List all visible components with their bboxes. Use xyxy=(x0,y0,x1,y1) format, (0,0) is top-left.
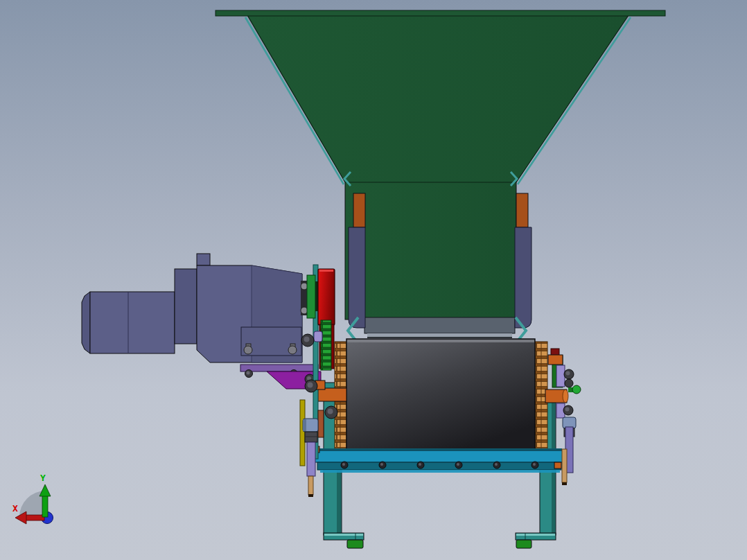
y-axis-shaft xyxy=(42,493,48,517)
chute-bracket-right xyxy=(516,193,528,227)
mount-plate-violet xyxy=(240,365,318,371)
bolt-right-3-hl xyxy=(565,408,570,412)
damper-cylinder-left-cap xyxy=(303,419,306,431)
motor-end-cap xyxy=(82,292,90,353)
drum-body xyxy=(346,339,535,454)
spacer-orange-right xyxy=(548,355,563,365)
bolt-right-1-hl xyxy=(566,371,570,376)
y-axis-label: Y xyxy=(40,473,46,483)
foot-pad-right xyxy=(516,540,531,548)
frame-foot-right-top xyxy=(516,534,555,536)
gearbox-ring xyxy=(175,269,197,344)
tension-rod-right-tip xyxy=(562,482,567,485)
tension-bar-yellow xyxy=(300,400,305,466)
tension-rod-left-tip xyxy=(308,494,313,497)
drive-pulley-top-face xyxy=(319,270,333,272)
chute-body xyxy=(345,175,516,320)
drive-shaft-left xyxy=(314,388,346,401)
chute-band xyxy=(364,317,515,333)
x-axis-label: X xyxy=(12,503,18,514)
rail-beam xyxy=(313,450,564,462)
bolt-right-2 xyxy=(565,379,573,387)
orientation-triad[interactable]: X Y xyxy=(12,473,53,524)
adjuster-knob-green xyxy=(572,385,581,394)
cad-viewport[interactable]: X Y xyxy=(0,0,747,560)
pulley-disc-green xyxy=(307,275,315,318)
idler-lavender xyxy=(314,331,322,342)
crusher-drum[interactable] xyxy=(314,339,568,454)
drive-shaft-right-face xyxy=(563,390,568,403)
y-axis-head xyxy=(39,484,51,496)
foot-pad-left xyxy=(347,540,363,548)
gearbox-top-tab xyxy=(197,254,210,265)
tension-rod-left xyxy=(308,476,313,495)
drive-pulley xyxy=(318,269,335,325)
chute-band-light xyxy=(367,333,512,337)
rail-end-block-right xyxy=(554,462,561,469)
chute-band-shadow xyxy=(367,337,512,338)
rail-lower-band xyxy=(317,462,561,470)
hopper-funnel xyxy=(247,15,629,182)
drive-chain xyxy=(321,320,331,370)
drum-top-highlight xyxy=(347,340,534,342)
electric-motor[interactable] xyxy=(82,254,321,389)
tension-rod-right xyxy=(562,449,567,482)
side-guard-right xyxy=(515,227,531,328)
hanger-lavender-left xyxy=(307,442,315,476)
base-rail[interactable] xyxy=(313,446,564,473)
hub-bolt-upper-hl xyxy=(304,337,310,342)
leg-bolt-hl xyxy=(328,409,333,414)
rail-bottom-line xyxy=(320,470,560,473)
side-guard-left xyxy=(349,227,365,328)
motor-body xyxy=(90,292,175,353)
chute-bracket-left xyxy=(353,193,365,227)
x-axis-shaft xyxy=(24,515,44,520)
spacer-sienna xyxy=(318,410,324,437)
hopper-rim xyxy=(216,10,665,16)
frame-foot-left-top xyxy=(324,534,363,536)
bracket-lavender-upper xyxy=(556,365,565,387)
hub-bolt-lower-hl xyxy=(308,383,313,388)
model-canvas[interactable]: X Y xyxy=(0,0,747,560)
